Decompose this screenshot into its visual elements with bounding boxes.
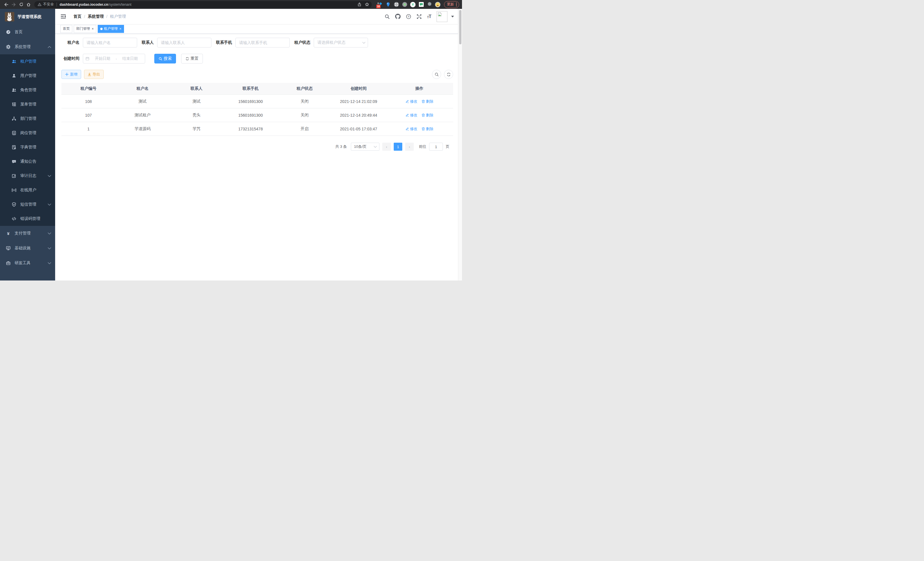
message-icon [11, 159, 16, 164]
chat-extension-icon[interactable] [418, 2, 424, 8]
edit-link[interactable]: 修改 [405, 126, 417, 132]
tab-label: 部门管理 [76, 26, 90, 31]
balloon-extension-icon[interactable] [385, 2, 391, 8]
tab-租户管理[interactable]: 租户管理× [98, 25, 124, 33]
cell-contact: 秃头 [170, 113, 224, 118]
search-button[interactable]: 搜索 [154, 54, 176, 63]
forward-icon[interactable] [10, 1, 17, 8]
help-icon[interactable]: ? [406, 14, 411, 19]
home-icon[interactable] [25, 1, 32, 8]
back-icon[interactable] [3, 1, 10, 8]
delete-link[interactable]: 删除 [422, 126, 434, 132]
page-size-select[interactable]: 10条/页 [351, 143, 380, 151]
sidebar-item-label: 部门管理 [20, 116, 36, 121]
search-icon[interactable] [385, 14, 390, 19]
tab-首页[interactable]: 首页 [60, 25, 72, 33]
bookmark-star-icon[interactable] [363, 1, 370, 8]
sidebar-item-dept[interactable]: 部门管理 [0, 111, 55, 126]
hamburger-icon[interactable] [61, 14, 66, 19]
sidebar-item-role[interactable]: 角色管理 [0, 83, 55, 97]
page-1-button[interactable]: 1 [394, 143, 402, 151]
sidebar-item-pay[interactable]: ¥支付管理 [0, 226, 55, 241]
sidebar-item-menu[interactable]: 菜单管理 [0, 97, 55, 111]
fullscreen-icon[interactable] [417, 14, 422, 19]
prev-page-button[interactable]: ‹ [382, 143, 391, 151]
end-date-placeholder: 结束日期 [117, 56, 142, 61]
kebab-menu-icon[interactable] [456, 3, 457, 6]
people-icon [11, 88, 16, 92]
profile-avatar-icon[interactable] [435, 2, 441, 8]
sidebar-item-devtool[interactable]: 研发工具 [0, 256, 55, 271]
cell-id: 1 [62, 127, 116, 131]
close-icon[interactable]: × [92, 27, 94, 31]
status-select[interactable]: 请选择租户状态 [314, 38, 368, 47]
add-button[interactable]: 新增 [62, 70, 81, 79]
app-logo[interactable]: 芋道管理系统 [0, 9, 55, 25]
sidebar-item-tenant[interactable]: 租户管理 [0, 54, 55, 69]
status-select-placeholder: 请选择租户状态 [317, 40, 345, 45]
sidebar-item-home[interactable]: 首页 [0, 25, 55, 39]
edit-icon [11, 174, 16, 178]
column-header: 租户名 [116, 86, 170, 91]
tenant-name-input[interactable] [83, 38, 137, 47]
breadcrumb-item[interactable]: 首页 [74, 14, 81, 19]
app-title: 芋道管理系统 [17, 14, 41, 20]
github-icon[interactable] [395, 14, 400, 19]
trash-icon [422, 113, 425, 117]
hide-search-button[interactable] [432, 70, 441, 79]
export-button[interactable]: 导出 [84, 70, 104, 79]
sidebar-item-errcode[interactable]: 错误码管理 [0, 212, 55, 226]
sidebar-item-audit[interactable]: 审计日志 [0, 169, 55, 183]
sidebar-item-online[interactable]: 在线用户 [0, 183, 55, 197]
update-button[interactable]: 更新 [444, 1, 459, 8]
sidebar-item-user[interactable]: 用户管理 [0, 69, 55, 83]
puzzle-extensions-icon[interactable] [427, 2, 432, 8]
reload-icon[interactable] [18, 1, 25, 8]
app-logo-image [5, 12, 14, 21]
date-range-picker[interactable]: 开始日期 - 结束日期 [83, 54, 145, 63]
contact-input[interactable] [157, 38, 212, 47]
font-size-icon[interactable]: TT [427, 14, 431, 19]
sidebar-item-system[interactable]: 系统管理 [0, 39, 55, 54]
share-icon[interactable] [356, 1, 363, 8]
filter-contact: 联系人 [142, 38, 212, 47]
sidebar-item-infra[interactable]: 基础设施 [0, 241, 55, 256]
delete-link[interactable]: 删除 [422, 99, 434, 104]
sidebar-item-notice[interactable]: 通知公告 [0, 154, 55, 169]
plus-icon [65, 73, 69, 76]
pagination-total: 共 3 条 [335, 144, 347, 149]
sidebar-item-label: 用户管理 [20, 73, 36, 78]
breadcrumb-item[interactable]: 系统管理 [88, 14, 104, 19]
delete-link[interactable]: 删除 [422, 113, 434, 118]
goto-page-input[interactable] [429, 143, 443, 151]
table-row: 108测试测试15601691300关闭2021-12-14 21:02:09修… [62, 94, 453, 108]
tab-部门管理[interactable]: 部门管理× [74, 25, 96, 33]
yuque-extension-icon[interactable]: Y [410, 2, 416, 8]
sidebar-item-sms[interactable]: 短信管理 [0, 197, 55, 212]
command-extension-icon[interactable] [393, 2, 399, 8]
caret-down-icon[interactable] [451, 16, 454, 17]
record-extension-icon[interactable] [402, 2, 407, 8]
grid-badge-extension-icon[interactable]: 10 [377, 2, 382, 8]
close-icon[interactable]: × [119, 27, 122, 31]
phone-input[interactable] [236, 38, 290, 47]
user-avatar[interactable] [436, 11, 447, 22]
edit-link[interactable]: 修改 [405, 113, 417, 118]
sidebar-item-dict[interactable]: 字典管理 [0, 140, 55, 154]
page-scrollbar[interactable] [458, 9, 462, 281]
reset-button-label: 重置 [190, 56, 199, 61]
reset-button[interactable]: 重置 [181, 54, 203, 63]
breadcrumb-separator: / [84, 14, 85, 19]
refresh-button[interactable] [444, 70, 453, 79]
breadcrumb-separator: / [106, 14, 107, 19]
sidebar-item-post[interactable]: 岗位管理 [0, 126, 55, 140]
next-page-button[interactable]: › [405, 143, 414, 151]
cell-id: 107 [62, 113, 116, 117]
edit-link[interactable]: 修改 [405, 99, 417, 104]
svg-text:Y: Y [412, 3, 414, 6]
scrollbar-thumb[interactable] [459, 10, 461, 44]
cell-status: 关闭 [278, 113, 332, 118]
user-icon [11, 74, 16, 78]
url-bar[interactable]: 不安全 dashboard.yudao.iocoder.cn/system/te… [34, 1, 372, 8]
navbar: 首页/系统管理/租户管理 ? TT [55, 9, 458, 24]
